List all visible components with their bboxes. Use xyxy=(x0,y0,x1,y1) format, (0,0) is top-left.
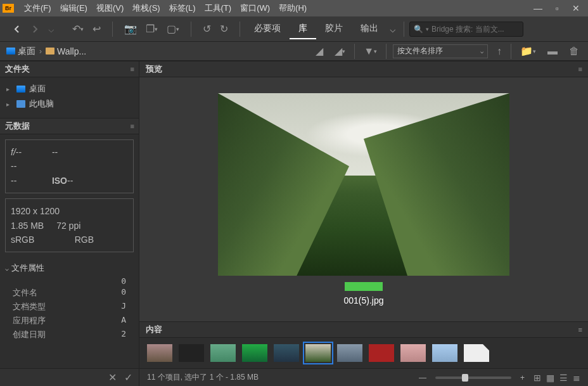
computer-icon xyxy=(16,100,25,108)
view-grid-button[interactable]: ⊞ xyxy=(534,373,541,383)
view-list-button[interactable]: ≣ xyxy=(573,373,580,383)
view-thumb-button[interactable]: ▦ xyxy=(546,373,554,383)
new-folder-plus-button[interactable]: 📁▾ xyxy=(518,42,539,60)
filter-stairs2-icon[interactable]: ◢▾ xyxy=(332,42,348,60)
menu-edit[interactable]: 编辑(E) xyxy=(56,0,91,16)
slider-knob[interactable] xyxy=(462,374,468,382)
preview-filename-badge: 001(5).jpg xyxy=(343,282,383,306)
tree-computer[interactable]: ▸ 此电脑 xyxy=(0,96,139,112)
selection-highlight xyxy=(345,282,383,291)
path-bar: 桌面 › Wallp... ◢ ◢▾ ▼▾ 按文件名排序 ⌵ ↑ 📁▾ ▬ 🗑 xyxy=(0,42,588,61)
menu-view[interactable]: 视图(V) xyxy=(93,0,127,16)
maximize-button[interactable]: ▫ xyxy=(547,0,566,16)
toolbar: ⌵ ↶▾ ↩ 📷 ❐▾ ▢▾ ↺ ↻ 必要项 库 胶片 输出 ⌵ 🔍 ▾ xyxy=(0,16,588,42)
meta-size: 1.85 MB xyxy=(11,219,44,233)
preview-menu-icon[interactable]: ≡ xyxy=(578,65,582,73)
sort-label: 按文件名排序 xyxy=(397,46,443,56)
open-button[interactable]: ▢▾ xyxy=(164,20,182,37)
nav-back-button[interactable] xyxy=(10,22,24,36)
content-area: 预览 ≡ 001(5).jpg 内容 ≡ xyxy=(139,61,588,386)
menu-stack[interactable]: 堆栈(S) xyxy=(129,0,163,16)
sort-select[interactable]: 按文件名排序 ⌵ xyxy=(393,44,488,58)
search-box[interactable]: 🔍 ▾ xyxy=(409,22,523,37)
metadata-panel-header[interactable]: 元数据 ≡ xyxy=(0,118,139,134)
menu-file[interactable]: 文件(F) xyxy=(20,0,55,16)
thumb-6-selected[interactable] xyxy=(305,344,331,362)
thumb-9[interactable] xyxy=(400,344,426,362)
content-title: 内容 xyxy=(146,324,162,335)
status-bar: 11 个项目, 选中了 1 个 - 1.85 MB — + ⊞ ▦ ☰ ≣ xyxy=(139,368,588,386)
sidebar: 文件夹 ≡ ▸ 桌面 ▸ 此电脑 元数据 ≡ f/-- -- -- -- I xyxy=(0,61,139,386)
copy-button[interactable]: ❐▾ xyxy=(143,20,160,37)
thumbnail-row xyxy=(139,338,588,368)
open-folder-button[interactable]: ▬ xyxy=(545,43,560,60)
workspace-dropdown[interactable]: ⌵ xyxy=(387,19,399,39)
path-separator: › xyxy=(39,47,42,56)
thumb-5[interactable] xyxy=(274,344,299,362)
minimize-button[interactable]: — xyxy=(528,0,547,16)
menu-label[interactable]: 标签(L) xyxy=(165,0,200,16)
metadata-menu-icon[interactable]: ≡ xyxy=(131,122,134,130)
thumb-1[interactable] xyxy=(147,344,172,362)
meta-dimensions: 1920 x 1200 xyxy=(11,204,128,218)
tree-desktop[interactable]: ▸ 桌面 xyxy=(0,81,139,96)
thumb-8[interactable] xyxy=(369,344,394,362)
recent-button[interactable]: ↶▾ xyxy=(70,20,86,37)
metadata-panel: f/-- -- -- -- ISO-- 1920 x 1200 1.85 MB7… xyxy=(0,134,139,368)
thumb-2[interactable] xyxy=(179,344,204,362)
desktop-icon xyxy=(6,48,15,55)
zoom-out-button[interactable]: — xyxy=(419,373,426,382)
window-controls: — ▫ ✕ xyxy=(528,0,585,16)
menu-window[interactable]: 窗口(W) xyxy=(236,0,274,16)
search-icon: 🔍 xyxy=(414,25,423,34)
thumb-3[interactable] xyxy=(210,344,236,362)
close-button[interactable]: ✕ xyxy=(566,0,585,16)
folders-menu-icon[interactable]: ≡ xyxy=(131,65,134,73)
view-detail-button[interactable]: ☰ xyxy=(559,373,568,383)
cancel-icon[interactable]: ✕ xyxy=(108,371,117,383)
desktop-icon xyxy=(16,86,25,93)
content-menu-icon[interactable]: ≡ xyxy=(578,326,582,333)
sort-asc-button[interactable]: ↑ xyxy=(494,43,504,60)
content-panel-header[interactable]: 内容 ≡ xyxy=(139,321,588,338)
nav-dropdown[interactable]: ⌵ xyxy=(46,20,57,37)
prop-doctype-key: 文档类型 xyxy=(13,301,46,312)
meta-rgb: RGB xyxy=(75,233,94,247)
rotate-cw-button[interactable]: ↻ xyxy=(217,20,231,37)
menu-tool[interactable]: 工具(T) xyxy=(201,0,236,16)
tab-library[interactable]: 库 xyxy=(290,19,316,39)
tab-film[interactable]: 胶片 xyxy=(316,19,352,39)
tab-output[interactable]: 输出 xyxy=(352,19,387,39)
zoom-in-button[interactable]: + xyxy=(520,373,525,382)
funnel-icon[interactable]: ▼▾ xyxy=(361,43,380,60)
tab-essentials[interactable]: 必要项 xyxy=(245,19,290,39)
camera-button[interactable]: 📷 xyxy=(122,20,139,37)
metadata-file-box: 1920 x 1200 1.85 MB72 ppi sRGB RGB xyxy=(5,198,134,252)
main-area: 文件夹 ≡ ▸ 桌面 ▸ 此电脑 元数据 ≡ f/-- -- -- -- I xyxy=(0,61,588,386)
path-seg1-label: 桌面 xyxy=(18,46,35,57)
trash-button[interactable]: 🗑 xyxy=(566,43,582,60)
properties-title: 文件属性 xyxy=(11,262,44,274)
preview-area: 001(5).jpg xyxy=(139,77,588,321)
preview-panel-header[interactable]: 预览 ≡ xyxy=(139,61,588,77)
boomerang-button[interactable]: ↩ xyxy=(90,20,103,37)
folders-title: 文件夹 xyxy=(5,63,30,75)
zoom-slider[interactable] xyxy=(435,376,511,379)
thumb-7[interactable] xyxy=(337,344,362,362)
app-logo: Br xyxy=(3,4,14,13)
path-desktop[interactable]: 桌面 xyxy=(6,46,35,57)
apply-icon[interactable]: ✓ xyxy=(124,371,132,383)
menu-help[interactable]: 帮助(H) xyxy=(275,0,310,16)
thumb-10[interactable] xyxy=(432,344,457,362)
properties-header[interactable]: ⌵ 文件属性 xyxy=(5,260,134,276)
preview-image[interactable] xyxy=(218,93,509,276)
folders-panel-header[interactable]: 文件夹 ≡ xyxy=(0,61,139,77)
filter-stairs1-icon[interactable]: ◢ xyxy=(313,42,326,60)
path-folder[interactable]: Wallp... xyxy=(46,46,86,56)
search-input[interactable] xyxy=(431,25,527,34)
thumb-11-document[interactable] xyxy=(464,344,489,362)
preview-filename: 001(5).jpg xyxy=(343,295,383,306)
rotate-ccw-button[interactable]: ↺ xyxy=(200,20,214,37)
thumb-4[interactable] xyxy=(242,344,267,362)
nav-forward-button[interactable] xyxy=(28,22,42,36)
